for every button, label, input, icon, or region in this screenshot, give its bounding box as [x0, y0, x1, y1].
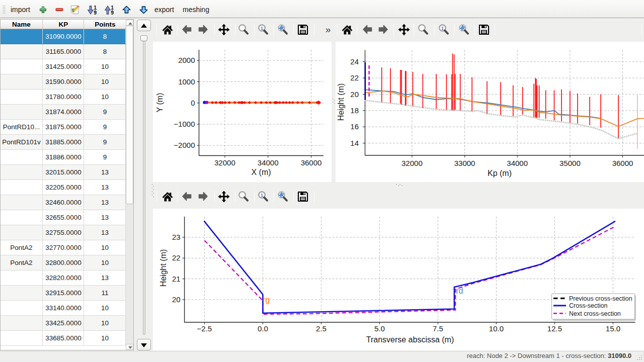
svg-text:1000: 1000: [178, 77, 195, 86]
svg-text:−2.5: −2.5: [197, 324, 212, 333]
svg-text:34000: 34000: [507, 159, 528, 167]
svg-text:Next cross-section: Next cross-section: [569, 310, 621, 317]
svg-text:5.0: 5.0: [374, 324, 385, 333]
svg-text:12.5: 12.5: [547, 324, 562, 333]
svg-text:−1000: −1000: [174, 120, 195, 128]
svg-text:24: 24: [350, 57, 359, 66]
svg-text:35000: 35000: [559, 159, 581, 167]
svg-text:20: 20: [350, 90, 359, 99]
svg-text:33000: 33000: [454, 159, 475, 167]
svg-text:0.0: 0.0: [258, 324, 268, 333]
svg-text:23: 23: [172, 233, 181, 241]
svg-text:Kp (m): Kp (m): [488, 169, 512, 177]
svg-text:Y (m): Y (m): [155, 93, 164, 113]
svg-text:36000: 36000: [612, 159, 633, 167]
svg-text:Transverse abscissa (m): Transverse abscissa (m): [366, 335, 454, 344]
svg-text:Height (m): Height (m): [159, 249, 168, 287]
svg-text:15.0: 15.0: [606, 324, 620, 333]
svg-text:Height (m): Height (m): [337, 83, 345, 121]
svg-text:rg: rg: [263, 296, 270, 304]
svg-text:14: 14: [350, 139, 359, 147]
svg-text:10.0: 10.0: [489, 324, 504, 333]
svg-text:X (m): X (m): [251, 168, 271, 176]
svg-text:16: 16: [350, 122, 359, 131]
svg-text:7.5: 7.5: [433, 324, 443, 333]
svg-text:−2000: −2000: [174, 141, 195, 149]
svg-text:21: 21: [172, 275, 181, 283]
svg-text:rd: rd: [456, 287, 463, 295]
svg-text:0: 0: [191, 99, 195, 107]
svg-text:36000: 36000: [301, 158, 322, 167]
svg-text:32000: 32000: [214, 158, 235, 167]
svg-text:2.5: 2.5: [316, 324, 327, 333]
svg-text:34000: 34000: [258, 158, 279, 167]
svg-text:32000: 32000: [401, 159, 423, 167]
svg-text:2000: 2000: [178, 56, 195, 64]
svg-text:22: 22: [172, 253, 181, 262]
svg-text:Cross-section: Cross-section: [569, 302, 607, 309]
svg-text:20: 20: [172, 295, 181, 304]
svg-text:22: 22: [350, 73, 359, 82]
svg-text:18: 18: [350, 106, 359, 115]
svg-text:Previous cross-section: Previous cross-section: [569, 295, 632, 302]
